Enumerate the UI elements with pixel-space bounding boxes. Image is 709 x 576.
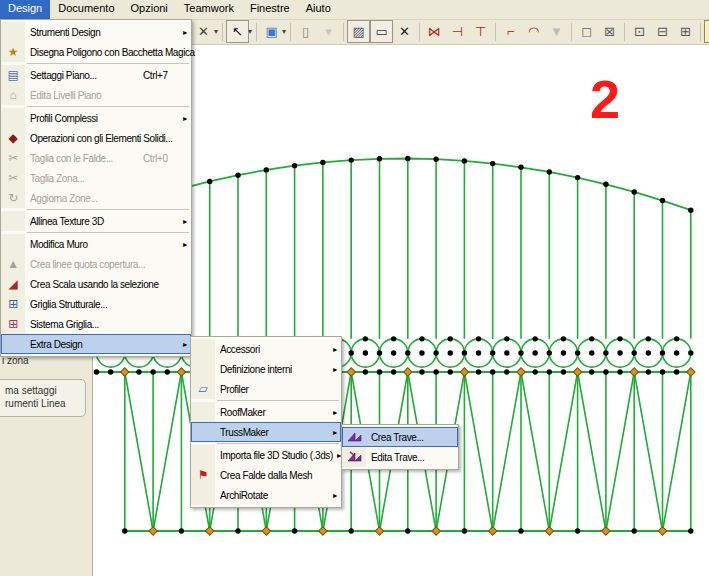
solid-operations-icon: ◆	[9, 132, 18, 144]
fillet-arc-icon[interactable]: ◠	[522, 20, 545, 43]
menu-item-allinea-texture-3d[interactable]: Allinea Texture 3D►	[1, 211, 191, 231]
menu-separator	[27, 209, 189, 210]
submenu-arrow-icon: ►	[329, 366, 341, 373]
split-node-icon[interactable]: ⋈	[423, 20, 446, 43]
submenu-arrow-icon: ►	[329, 409, 341, 416]
roof-level-lines-icon: ▲	[7, 258, 18, 270]
menu-item-crea-falde-dalla-mesh[interactable]: ⚑Crea Falde dalla Mesh	[191, 465, 341, 485]
crea-trave-truss-icon	[347, 431, 362, 444]
submenu-arrow-icon: ►	[179, 218, 191, 225]
menu-item-extra-design[interactable]: Extra Design►	[1, 334, 191, 354]
profiler-icon: ▱	[199, 383, 208, 395]
toolbar-separator	[419, 23, 420, 41]
story-levels-icon: ⌂	[10, 89, 17, 101]
adjust-node-icon[interactable]: ⊣	[446, 20, 469, 43]
group-icon[interactable]: ⊡	[628, 20, 651, 43]
menubar-finestre[interactable]: Finestre	[242, 0, 298, 19]
trim-elements-icon[interactable]: ✕	[192, 20, 215, 43]
menubar-opzioni[interactable]: Opzioni	[123, 0, 176, 19]
menu-item-disegna-poligono[interactable]: ★Disegna Poligono con Bacchetta Magica	[1, 42, 191, 62]
extra-design-submenu: Accessori► Definizione interni► ▱Profile…	[190, 336, 342, 508]
menu-item-aggiorna-zone[interactable]: ↻Aggiorna Zone...	[1, 188, 191, 208]
menu-item-definizione-interni[interactable]: Definizione interni►	[191, 359, 341, 379]
menu-item-strumenti-design[interactable]: Strumenti Design►	[1, 22, 191, 42]
cut-zone-icon: ✂	[8, 172, 18, 184]
menu-separator	[217, 443, 339, 444]
story-settings-icon: ▤	[8, 69, 19, 81]
toolbox-info-box: ma settaggi rumenti Linea	[0, 379, 86, 417]
small-dropdown-icon[interactable]: ▾	[317, 20, 340, 43]
hatch-pen-icon[interactable]: ▨	[347, 20, 370, 43]
menu-item-accessori[interactable]: Accessori►	[191, 339, 341, 359]
stamp-icon[interactable]: ▼	[545, 20, 568, 43]
toolbar-separator	[343, 23, 344, 41]
submenu-arrow-icon: ►	[179, 115, 191, 122]
update-zones-icon: ↻	[8, 192, 18, 204]
toolbar-separator	[495, 23, 496, 41]
edita-trave-truss-icon	[347, 451, 362, 464]
design-menu: Strumenti Design► ★Disegna Poligono con …	[0, 19, 192, 357]
menu-item-modifica-muro[interactable]: Modifica Muro►	[1, 234, 191, 254]
menu-item-edita-trave[interactable]: Edita Trave...	[342, 447, 458, 467]
toolbar-separator	[700, 23, 701, 41]
ungroup-icon[interactable]: ⊟	[651, 20, 674, 43]
menubar-teamwork[interactable]: Teamwork	[176, 0, 242, 19]
menu-item-taglia-zona[interactable]: ✂Taglia Zona...	[1, 168, 191, 188]
marquee-box-icon[interactable]: ◻	[575, 20, 598, 43]
dropdown-caret-icon[interactable]: ▾	[214, 27, 218, 36]
menu-bar: Design Documento Opzioni Teamwork Finest…	[0, 0, 709, 20]
menu-item-importa-3d-studio[interactable]: Importa file 3D Studio (.3ds)►	[191, 445, 341, 465]
toolbox-info-line1: ma settaggi	[5, 384, 85, 397]
mesh-flag-icon: ⚑	[198, 469, 208, 481]
menu-item-crea-linee-quota[interactable]: ▲Crea linee quota copertura...	[1, 254, 191, 274]
menu-item-edita-livelli-piano[interactable]: ⌂Edita Livelli Piano	[1, 85, 191, 105]
menu-item-griglia-strutturale[interactable]: ⊞Griglia Strutturale...	[1, 294, 191, 314]
delete-x-icon[interactable]: ✕	[393, 20, 416, 43]
application-window: 2 i zona ma settaggi rumenti Linea ✕▾↖▾▣…	[0, 0, 709, 576]
intersect-icon[interactable]: ⊤	[469, 20, 492, 43]
menu-icon-slot	[1, 22, 25, 42]
dimension-box-icon[interactable]: ▭	[370, 20, 393, 43]
menubar-aiuto[interactable]: Aiuto	[298, 0, 339, 19]
menu-item-crea-scala[interactable]: ◢Crea Scala usando la selezione	[1, 274, 191, 294]
fillet-corner-icon[interactable]: ⌐	[499, 20, 522, 43]
submenu-arrow-icon: ►	[179, 29, 191, 36]
menu-item-profili-complessi[interactable]: Profili Complessi►	[1, 108, 191, 128]
menu-separator	[217, 400, 339, 401]
menu-separator	[27, 232, 189, 233]
trussmaker-submenu: Crea Trave... Edita Trave...	[341, 424, 459, 470]
structural-grid-icon: ⊞	[8, 298, 18, 310]
menubar-design[interactable]: Design	[0, 0, 50, 19]
marquee-clear-icon[interactable]: ⊠	[598, 20, 621, 43]
layers-icon[interactable]: ▣	[260, 20, 283, 43]
menu-item-trussmaker[interactable]: TrussMaker►	[191, 422, 341, 442]
toolbar-separator	[256, 23, 257, 41]
submenu-arrow-icon: ►	[329, 492, 341, 499]
toolbar-separator	[222, 23, 223, 41]
polyline-edit-icon[interactable]: ∿	[704, 20, 709, 43]
menu-item-profiler[interactable]: ▱Profiler	[191, 379, 341, 399]
dropdown-caret-icon[interactable]: ▾	[282, 27, 286, 36]
toolbar-separator	[290, 23, 291, 41]
menubar-documento[interactable]: Documento	[50, 0, 122, 19]
magic-wand-icon: ★	[8, 46, 18, 58]
dropdown-caret-icon[interactable]: ▾	[248, 27, 252, 36]
menu-item-sistema-griglia[interactable]: ⊞Sistema Griglia...	[1, 314, 191, 334]
menu-separator	[27, 63, 189, 64]
submenu-arrow-icon: ►	[329, 346, 341, 353]
menu-item-settaggi-piano[interactable]: ▤Settaggi Piano...Ctrl+7	[1, 65, 191, 85]
menu-item-archirotate[interactable]: ArchiRotate►	[191, 485, 341, 505]
arrow-cursor-icon[interactable]: ↖	[226, 20, 249, 43]
menu-item-taglia-con-le-falde[interactable]: ✂Taglia con le Falde...Ctrl+0	[1, 148, 191, 168]
suspend-groups-icon[interactable]: ⊞	[674, 20, 697, 43]
cut-roof-icon: ✂	[8, 152, 18, 164]
menu-item-operazioni-solidi[interactable]: ◆Operazioni con gli Elementi Solidi...	[1, 128, 191, 148]
menu-separator	[27, 106, 189, 107]
menu-item-crea-trave[interactable]: Crea Trave...	[342, 427, 458, 447]
menu-item-roofmaker[interactable]: RoofMaker►	[191, 402, 341, 422]
toolbar-separator	[624, 23, 625, 41]
column-icon[interactable]: ▯	[294, 20, 317, 43]
stair-icon: ◢	[9, 278, 18, 290]
grid-system-icon: ⊞	[8, 318, 18, 330]
toolbar-separator	[571, 23, 572, 41]
